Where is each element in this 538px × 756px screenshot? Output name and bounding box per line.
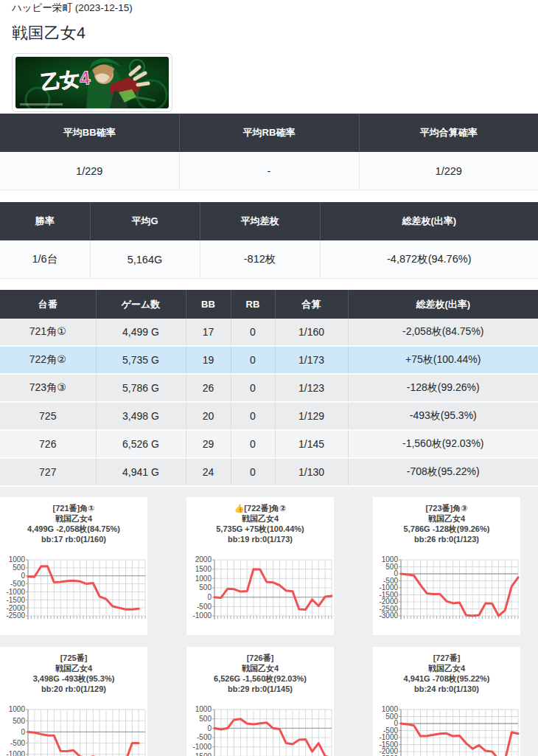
result-summary-table: 勝率平均G平均差枚総差枚(出率) 1/6台5,164G-812枚-4,872枚(… xyxy=(0,202,538,279)
machine-table-cell: 19 xyxy=(186,346,231,374)
chart-title-line: [726番] xyxy=(186,653,334,663)
prob-header-cell: 平均RB確率 xyxy=(179,114,359,152)
chart-title-line: 5,735G +75枚(100.44%) xyxy=(186,524,334,534)
chart-card: [727番]戦国乙女44,941G -708枚(95.22%)bb:24 rb:… xyxy=(373,647,520,756)
machine-table-row[interactable]: 722角②5,735 G1901/173+75枚(100.44%) xyxy=(0,346,538,374)
machine-header-cell: ゲーム数 xyxy=(96,290,186,319)
machine-table-cell: -708枚(95.22%) xyxy=(348,458,538,486)
chart-title-line: bb:17 rb:0(1/160) xyxy=(0,534,147,544)
machine-table-cell: 29 xyxy=(186,430,231,458)
machine-header-cell: BB xyxy=(186,290,231,319)
slump-graph-grid: [721番]角①戦国乙女44,499G -2,058枚(84.75%)bb:17… xyxy=(0,497,538,756)
slump-graph-section: [721番]角①戦国乙女44,499G -2,058枚(84.75%)bb:17… xyxy=(0,487,538,756)
machine-table-cell: 725 xyxy=(0,402,96,430)
y-axis-tick-label: 0 xyxy=(207,593,212,601)
chart-title: [721番]角①戦国乙女44,499G -2,058枚(84.75%)bb:17… xyxy=(0,503,147,544)
slump-graph: 10005000-500-1000-1500-2000-2500 xyxy=(0,556,147,628)
y-axis-tick-label: 500 xyxy=(199,715,212,723)
chart-title-line: 戦国乙女4 xyxy=(373,513,520,524)
machine-table-cell: 1/173 xyxy=(275,346,348,374)
y-axis-tick-label: 0 xyxy=(21,728,25,736)
y-axis-tick-label: 1000 xyxy=(9,706,26,713)
result-summary-header-row: 勝率平均G平均差枚総差枚(出率) xyxy=(0,202,538,240)
machine-table-cell: 5,735 G xyxy=(96,346,186,374)
chart-title: [723番]角③戦国乙女45,786G -128枚(99.26%)bb:26 r… xyxy=(373,503,520,544)
machine-table-cell: 20 xyxy=(186,402,231,430)
machine-table-cell: 5,786 G xyxy=(96,374,186,402)
machine-table-cell: 722角② xyxy=(0,346,96,374)
prob-value-cell: 1/229 xyxy=(359,152,538,190)
game-banner-card: 乙女4 xyxy=(12,53,172,112)
y-axis-tick-label: -500 xyxy=(197,733,212,741)
chart-title-line: 5,786G -128枚(99.26%) xyxy=(373,524,520,534)
chart-title-line: bb:19 rb:0(1/173) xyxy=(186,534,334,544)
chart-card: 👍[722番]角②戦国乙女45,735G +75枚(100.44%)bb:19 … xyxy=(186,497,334,635)
prob-value-cell: - xyxy=(179,152,359,190)
chart-title-line: 戦国乙女4 xyxy=(373,663,520,673)
y-axis-tick-label: 500 xyxy=(13,563,25,572)
chart-title-line: 戦国乙女4 xyxy=(186,663,334,673)
chart-title-line: 6,526G -1,560枚(92.03%) xyxy=(186,673,334,684)
slump-graph: 10005000-500-1000-1500-2000-2500-3000 xyxy=(373,706,520,756)
machine-table-cell: 0 xyxy=(231,402,275,430)
machine-table-cell: -493枚(95.3%) xyxy=(348,402,538,430)
page-title: 戦国乙女4 xyxy=(12,22,526,44)
machine-table-row[interactable]: 7266,526 G2901/145-1,560枚(92.03%) xyxy=(0,430,538,458)
y-axis-tick-label: -1500 xyxy=(6,596,25,604)
machine-table-row[interactable]: 723角③5,786 G2601/123-128枚(99.26%) xyxy=(0,374,538,402)
probability-summary-value-row: 1/229-1/229 xyxy=(0,152,538,190)
machine-table-cell: 727 xyxy=(0,458,96,486)
y-axis-tick-label: -500 xyxy=(10,580,25,588)
y-axis-tick-label: 1000 xyxy=(195,575,212,583)
prob-value-cell: 1/229 xyxy=(0,152,179,190)
store-date-line: ハッピー栄町 (2023-12-15) xyxy=(12,1,526,15)
machine-table-cell: 1/145 xyxy=(275,430,348,458)
machine-table-header-row: 台番ゲーム数BBRB合算総差枚(出率) xyxy=(0,290,538,319)
machine-table-cell: 6,526 G xyxy=(96,430,186,458)
y-axis-tick-label: -1000 xyxy=(192,743,212,751)
machine-table-cell: 0 xyxy=(231,346,275,374)
machine-table-cell: 1/123 xyxy=(275,374,348,402)
slump-graph: 10005000-500-1000-1500-2000-2500-3000 xyxy=(373,556,520,628)
machine-table-row[interactable]: 721角①4,499 G1701/160-2,058枚(84.75%) xyxy=(0,319,538,346)
y-axis-tick-label: 2000 xyxy=(195,556,212,563)
y-axis-tick-label: -500 xyxy=(10,739,25,747)
slump-graph: 2000150010005000-500-1000 xyxy=(186,556,334,628)
y-axis-tick-label: -1500 xyxy=(192,752,212,756)
machine-table-cell: 24 xyxy=(186,458,231,486)
y-axis-tick-label: -500 xyxy=(197,603,212,611)
chart-card: [723番]角③戦国乙女45,786G -128枚(99.26%)bb:26 r… xyxy=(373,497,520,635)
chart-title-line: [725番] xyxy=(0,653,147,663)
chart-title-line: bb:26 rb:0(1/123) xyxy=(373,534,520,544)
machine-table-cell: -128枚(99.26%) xyxy=(348,374,538,402)
chart-title-line: 3,498G -493枚(95.3%) xyxy=(0,673,147,684)
game-banner-image: 乙女4 xyxy=(15,57,169,108)
machine-table-cell: 1/160 xyxy=(275,319,348,346)
chart-title-line: 戦国乙女4 xyxy=(0,663,147,673)
machine-table-row[interactable]: 7274,941 G2401/130-708枚(95.22%) xyxy=(0,458,538,486)
probability-summary-table: 平均BB確率平均RB確率平均合算確率 1/229-1/229 xyxy=(0,114,538,190)
y-axis-tick-label: -3000 xyxy=(379,611,398,620)
slump-line xyxy=(28,566,139,610)
chart-card: [726番]戦国乙女46,526G -1,560枚(92.03%)bb:29 r… xyxy=(186,647,334,756)
probability-summary-header-row: 平均BB確率平均RB確率平均合算確率 xyxy=(0,114,538,152)
summary-header-cell: 総差枚(出率) xyxy=(320,202,538,240)
machine-table-row[interactable]: 7253,498 G2001/129-493枚(95.3%) xyxy=(0,402,538,430)
prob-header-cell: 平均BB確率 xyxy=(0,114,179,152)
chart-title-line: 4,499G -2,058枚(84.75%) xyxy=(0,524,147,534)
chart-title-line: 4,941G -708枚(95.22%) xyxy=(373,673,520,684)
y-axis-tick-label: 1000 xyxy=(195,706,212,713)
summary-value-cell: 1/6台 xyxy=(0,240,90,279)
chart-title-line: [727番] xyxy=(373,653,520,663)
machine-list-table: 台番ゲーム数BBRB合算総差枚(出率) 721角①4,499 G1701/160… xyxy=(0,290,538,487)
y-axis-tick-label: 500 xyxy=(199,583,212,592)
chart-title-line: bb:20 rb:0(1/129) xyxy=(0,684,147,694)
summary-header-cell: 平均差枚 xyxy=(200,202,320,240)
summary-header-cell: 平均G xyxy=(90,202,200,240)
machine-table-cell: 3,498 G xyxy=(96,402,186,430)
y-axis-tick-label: 1500 xyxy=(195,565,212,573)
y-axis-tick-label: -1000 xyxy=(192,611,212,620)
chart-title-line: 戦国乙女4 xyxy=(0,513,147,524)
machine-table-cell: 0 xyxy=(231,458,275,486)
summary-header-cell: 勝率 xyxy=(0,202,90,240)
